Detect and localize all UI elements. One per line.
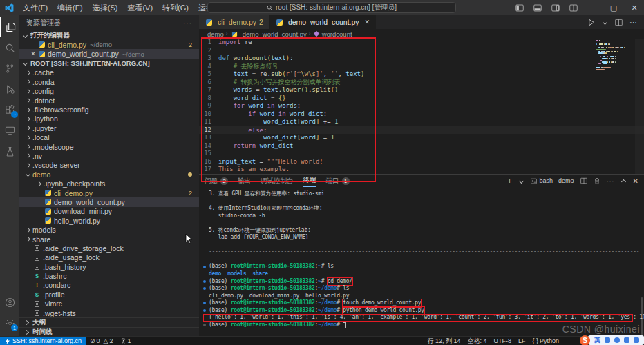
menu-2[interactable]: 选择(S) (88, 3, 123, 13)
tree-item-.aide_usage_lock[interactable]: .aide_usage_lock (19, 253, 199, 262)
split-editor-icon[interactable] (615, 19, 623, 26)
close-button[interactable]: ✕ (625, 0, 644, 15)
tab-demo_world_count.py[interactable]: demo_world_count.py✕ (269, 15, 376, 29)
tree-item-.jupyter[interactable]: .jupyter (19, 124, 199, 132)
command-decoration-icon[interactable] (203, 302, 206, 304)
command-decoration-icon[interactable] (203, 309, 206, 312)
indent-setting[interactable]: 空格: 4 (464, 337, 490, 345)
explorer-more-actions-icon[interactable]: ··· (183, 19, 192, 27)
tree-item-.profile[interactable]: $.profile (19, 290, 199, 299)
open-editor-cli_demo.py[interactable]: cli_demo.py~/demo2 (19, 40, 199, 49)
ime-language-toggle[interactable]: 英 (594, 336, 600, 345)
tree-item-.bash_history[interactable]: .bash_history (19, 262, 199, 271)
tree-item-.condarc[interactable]: !.condarc (19, 281, 199, 290)
panel-tab-输出[interactable]: 输出 (238, 175, 251, 187)
minimap[interactable] (596, 40, 626, 70)
tab-cli_demo.py[interactable]: cli_demo.py2 (199, 15, 269, 29)
tree-item-.filebrowserconfig[interactable]: .filebrowserconfig (19, 105, 199, 114)
menu-1[interactable]: 编辑(E) (53, 3, 88, 13)
kill-terminal-icon[interactable] (594, 177, 600, 184)
terminal-list-item[interactable]: bash - demo (531, 177, 574, 184)
minimize-button[interactable]: ─ (583, 0, 603, 15)
panel-tab-调试控制台[interactable]: 调试控制台 (261, 175, 294, 187)
ime-microphone-icon[interactable] (614, 337, 620, 343)
remote-indicator[interactable]: SSH: ssh.intern-ai.org.cn (0, 337, 86, 345)
toggle-secondary-sidebar-icon[interactable] (547, 0, 564, 15)
panel-tab-终端[interactable]: 终端 (303, 175, 316, 187)
open-editors-header[interactable]: 打开的编辑器 (19, 30, 199, 40)
sogou-logo-icon[interactable]: S (580, 335, 590, 345)
problems-indicator[interactable]: ⊘0 △2 (86, 337, 117, 344)
editor-scrollbar[interactable] (635, 39, 644, 174)
search-icon[interactable] (0, 37, 19, 58)
command-decoration-icon[interactable] (203, 280, 206, 283)
tree-item-.wget-hsts[interactable]: .wget-hsts (19, 308, 199, 317)
extensions-icon[interactable]: ◔ (0, 99, 19, 120)
tree-item-.ipynb_checkpoints[interactable]: .ipynb_checkpoints (19, 179, 199, 188)
command-decoration-icon[interactable] (203, 287, 206, 290)
account-icon[interactable] (0, 292, 19, 313)
close-editor-icon[interactable]: ✕ (29, 50, 37, 57)
panel-more-actions-icon[interactable]: ··· (607, 177, 614, 185)
close-panel-icon[interactable]: ✕ (633, 177, 638, 185)
menu-3[interactable]: 查看(V) (122, 3, 158, 13)
tree-item-models[interactable]: models (19, 225, 199, 234)
ports-indicator[interactable]: 1 (117, 337, 135, 344)
new-terminal-icon[interactable]: + (507, 177, 511, 185)
ime-punctuation-icon[interactable] (605, 337, 610, 343)
tree-item-.config[interactable]: .config (19, 87, 199, 96)
tree-item-cli_demo.py[interactable]: cli_demo.py2 (19, 188, 199, 197)
terminal-dropdown-icon[interactable] (519, 178, 524, 183)
timeline-section[interactable]: 时间线 (19, 327, 199, 336)
split-terminal-icon[interactable] (580, 177, 587, 184)
tree-item-.bashrc[interactable]: $.bashrc (19, 271, 199, 280)
tree-item-.nv[interactable]: .nv (19, 151, 199, 160)
maximize-button[interactable]: ▢ (604, 0, 623, 15)
command-decoration-icon[interactable] (203, 324, 206, 326)
tree-item-.ipython[interactable]: .ipython (19, 115, 199, 124)
command-decoration-icon[interactable] (203, 266, 206, 268)
open-editor-demo_world_count.py[interactable]: ✕demo_world_count.py~/demo (19, 49, 199, 58)
source-control-icon[interactable] (0, 58, 19, 79)
language-mode[interactable]: { } Python (529, 337, 562, 344)
outline-section[interactable]: 大纲 (19, 317, 199, 327)
panel-tab-端口[interactable]: 端口1 (326, 175, 350, 187)
tree-item-download_mini.py[interactable]: download_mini.py (19, 207, 199, 216)
toggle-sidebar-icon[interactable] (511, 0, 528, 15)
tree-item-demo[interactable]: demo (19, 170, 199, 179)
settings-gear-icon[interactable]: 1 (0, 313, 19, 333)
cursor-position[interactable]: 行 12, 列 14 (424, 337, 464, 345)
customize-layout-icon[interactable] (565, 0, 582, 15)
tree-item-.cache[interactable]: .cache (19, 68, 199, 77)
tree-item-.local[interactable]: .local (19, 133, 199, 142)
tree-item-.modelscope[interactable]: .modelscope (19, 142, 199, 151)
tree-item-share[interactable]: share (19, 235, 199, 244)
ime-keyboard-icon[interactable] (624, 337, 629, 343)
menu-0[interactable]: 文件(F) (18, 3, 53, 13)
root-folder-header[interactable]: ROOT [SSH: SSH.INTERN-AI.ORG.CN] (19, 59, 199, 68)
tree-item-.aide_drive_storage_lock[interactable]: .aide_drive_storage_lock (19, 244, 199, 253)
tree-item-.vscode-server[interactable]: .vscode-server (19, 161, 199, 170)
tree-item-.dotnet[interactable]: .dotnet (19, 96, 199, 105)
breadcrumb-item[interactable]: wordcount (322, 30, 352, 38)
run-python-file-icon[interactable] (587, 19, 595, 26)
ime-toolbox-icon[interactable] (634, 337, 639, 343)
editor-more-actions-icon[interactable]: ··· (629, 18, 637, 26)
remote-explorer-icon[interactable] (0, 120, 19, 141)
toggle-panel-icon[interactable] (529, 0, 546, 15)
breadcrumb[interactable]: demo›demo_world_count.py›wordcount (199, 29, 644, 39)
breadcrumb-item[interactable]: demo (207, 30, 224, 38)
command-center-search[interactable]: root [SSH: ssh.intern-ai.org.cn] [管理员] (207, 2, 456, 13)
tree-item-demo_world_count.py[interactable]: demo_world_count.py (19, 197, 199, 206)
run-dropdown-icon[interactable] (603, 19, 607, 24)
eol[interactable]: LF (515, 337, 529, 344)
tree-item-.conda[interactable]: .conda (19, 77, 199, 86)
menu-4[interactable]: 转到(G) (158, 3, 193, 13)
maximize-panel-icon[interactable] (621, 179, 626, 184)
tree-item-.vimrc[interactable]: .vimrc (19, 299, 199, 308)
terminal-output[interactable]: 3. 查看 GPU 显存和算力使用率: studio-smi4. 使用Inter… (199, 187, 644, 336)
encoding[interactable]: UTF-8 (490, 337, 515, 344)
testing-icon[interactable] (0, 141, 19, 161)
tab-close-icon[interactable]: ✕ (365, 19, 370, 26)
explorer-icon[interactable] (0, 17, 19, 37)
